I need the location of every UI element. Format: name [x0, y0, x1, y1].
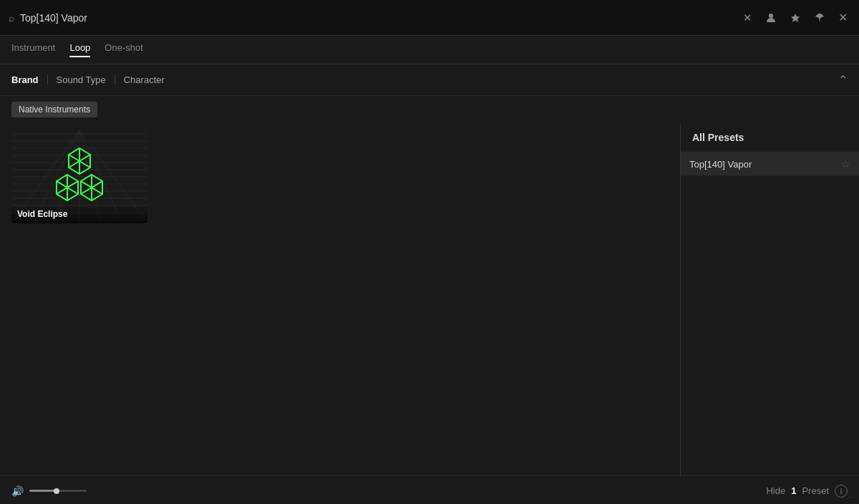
search-icon: ⌕ — [9, 12, 14, 24]
preset-label: Preset — [802, 485, 829, 496]
preset-card-label: Void Eclipse — [11, 205, 147, 223]
user-icon-button[interactable] — [762, 11, 780, 25]
filter-brand[interactable]: Brand — [11, 75, 48, 84]
volume-slider[interactable] — [29, 490, 87, 492]
footer: 🔊 Hide 1 Preset i — [0, 475, 859, 504]
main-content: Void Eclipse All Presets Top[140] Vapor … — [0, 123, 859, 475]
volume-thumb[interactable] — [54, 488, 59, 494]
close-window-button[interactable]: ✕ — [835, 9, 850, 26]
filter-tag-native-instruments[interactable]: Native Instruments — [11, 102, 97, 117]
preset-list: Top[140] Vapor ☆ — [681, 152, 859, 475]
preset-list-item[interactable]: Top[140] Vapor ☆ — [681, 152, 859, 176]
collapse-filters-button[interactable]: ⌃ — [838, 73, 848, 87]
info-button[interactable]: i — [835, 485, 848, 498]
tab-instrument[interactable]: Instrument — [11, 42, 55, 57]
search-input[interactable] — [20, 12, 734, 24]
svg-point-0 — [769, 14, 773, 18]
volume-icon: 🔊 — [11, 485, 24, 497]
filter-sound-type[interactable]: Sound Type — [48, 75, 115, 84]
content-area: Void Eclipse — [0, 123, 680, 475]
resize-handle[interactable]: ⋯ — [848, 493, 855, 501]
hide-count: 1 — [791, 485, 796, 496]
tab-bar: Instrument Loop One-shot — [0, 36, 859, 64]
favorite-icon-button[interactable] — [787, 11, 804, 25]
footer-right: Hide 1 Preset i — [766, 485, 848, 498]
svg-marker-1 — [791, 14, 800, 22]
preset-list-item-name: Top[140] Vapor — [689, 159, 752, 170]
tab-loop[interactable]: Loop — [69, 42, 90, 57]
preset-card-void-eclipse[interactable]: Void Eclipse — [11, 130, 147, 223]
filter-tags: Native Instruments — [0, 96, 859, 123]
search-bar: ⌕ ✕ ✕ — [0, 0, 859, 36]
pin-icon-button[interactable] — [811, 11, 828, 25]
filter-tabs: Brand Sound Type Character — [11, 75, 173, 84]
clear-search-button[interactable]: ✕ — [740, 10, 755, 26]
tab-one-shot[interactable]: One-shot — [105, 42, 142, 57]
right-panel-header: All Presets — [681, 123, 859, 152]
volume-fill — [29, 490, 55, 492]
volume-control: 🔊 — [11, 485, 87, 497]
filter-bar: Brand Sound Type Character ⌃ — [0, 64, 859, 96]
right-panel: All Presets Top[140] Vapor ☆ — [680, 123, 859, 475]
filter-character[interactable]: Character — [115, 75, 173, 84]
star-icon[interactable]: ☆ — [841, 158, 850, 170]
search-actions: ✕ ✕ — [740, 9, 850, 26]
hide-label: Hide — [766, 485, 785, 496]
